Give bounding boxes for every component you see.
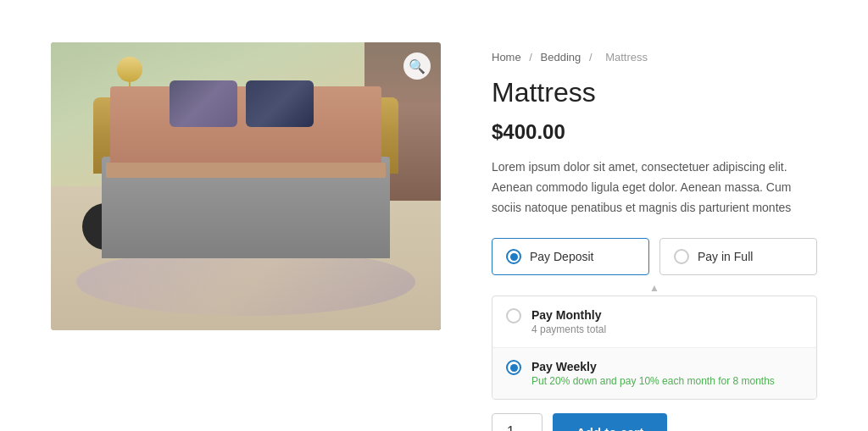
arrow-up-indicator: ▲ — [492, 282, 817, 294]
arrow-up-icon: ▲ — [649, 282, 659, 294]
pay-weekly-content: Pay Weekly Put 20% down and pay 10% each… — [531, 360, 775, 387]
pillow-left — [170, 80, 237, 127]
product-details: Home / Bedding / Mattress Mattress $400.… — [492, 42, 817, 431]
breadcrumb: Home / Bedding / Mattress — [492, 51, 817, 64]
breadcrumb-sep-2: / — [589, 51, 593, 64]
pay-full-radio[interactable] — [674, 249, 689, 264]
bed-scene — [51, 42, 441, 330]
payment-type-row: Pay Deposit Pay in Full — [492, 238, 817, 275]
pay-monthly-option[interactable]: Pay Monthly 4 payments total — [492, 296, 816, 348]
pay-monthly-content: Pay Monthly 4 payments total — [531, 308, 606, 335]
pay-deposit-radio-fill — [510, 253, 518, 261]
pay-weekly-radio[interactable] — [506, 360, 521, 375]
add-to-cart-row: Add to cart — [492, 413, 817, 431]
breadcrumb-category[interactable]: Bedding — [541, 51, 581, 64]
quantity-input[interactable] — [492, 413, 542, 431]
product-image — [51, 42, 441, 330]
breadcrumb-home[interactable]: Home — [492, 51, 521, 64]
pillow-right — [246, 80, 314, 127]
page-title: Mattress — [492, 77, 817, 108]
rug — [76, 248, 415, 316]
pay-monthly-sublabel: 4 payments total — [531, 323, 606, 335]
pay-monthly-radio[interactable] — [506, 308, 521, 323]
page-container: 🔍 Home / Bedding / Mattress Mattress $40… — [17, 17, 851, 431]
pay-deposit-radio[interactable] — [506, 249, 521, 264]
product-image-container: 🔍 — [51, 42, 441, 330]
mattress-layer — [106, 163, 386, 178]
pay-weekly-label: Pay Weekly — [531, 360, 775, 373]
zoom-icon[interactable]: 🔍 — [403, 52, 431, 80]
add-to-cart-button[interactable]: Add to cart — [553, 413, 667, 431]
pay-full-option[interactable]: Pay in Full — [659, 238, 817, 275]
breadcrumb-sep-1: / — [529, 51, 532, 64]
pay-monthly-label: Pay Monthly — [531, 308, 606, 322]
product-price: $400.00 — [492, 120, 817, 144]
pay-full-label: Pay in Full — [698, 250, 753, 263]
pay-deposit-label: Pay Deposit — [530, 250, 593, 263]
payment-schedule: Pay Monthly 4 payments total Pay Weekly … — [492, 296, 817, 400]
pay-weekly-option[interactable]: Pay Weekly Put 20% down and pay 10% each… — [492, 348, 816, 399]
pay-deposit-option[interactable]: Pay Deposit — [492, 238, 649, 275]
lamp-shade — [117, 57, 142, 82]
pay-weekly-radio-fill — [510, 364, 518, 372]
product-description: Lorem ipsum dolor sit amet, consectetuer… — [492, 157, 817, 218]
breadcrumb-product: Mattress — [605, 51, 648, 64]
pay-weekly-sublabel: Put 20% down and pay 10% each month for … — [531, 375, 775, 387]
